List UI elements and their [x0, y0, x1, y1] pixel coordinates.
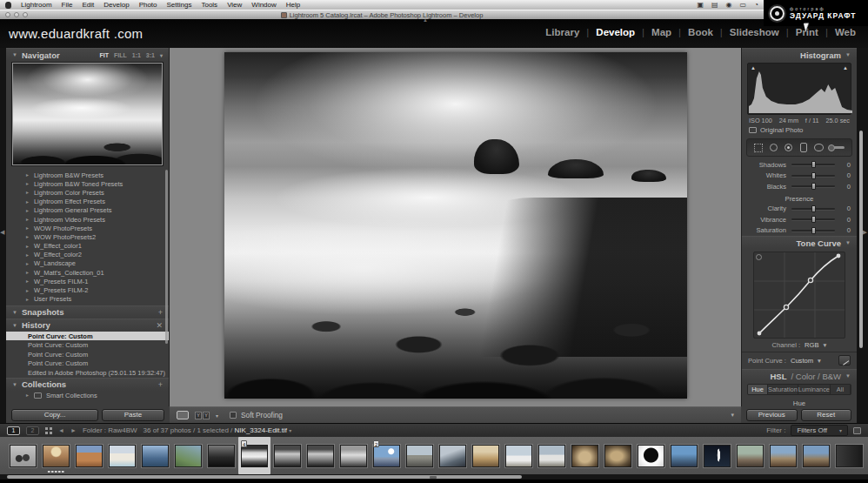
preset-folder[interactable]: ► W_Landscape — [6, 259, 169, 268]
preset-folder[interactable]: ► User Presets — [6, 295, 169, 304]
zoom-option[interactable]: FIT — [99, 52, 109, 58]
filmstrip-thumbnail[interactable] — [205, 437, 237, 474]
disclosure-icon[interactable]: ► — [25, 392, 30, 398]
main-photo[interactable] — [224, 52, 687, 399]
grid-view-icon[interactable] — [45, 427, 52, 434]
slider-thumb[interactable] — [811, 161, 816, 168]
toolbar-options-icon[interactable]: ▾ — [731, 412, 734, 419]
module-tab[interactable]: Develop — [579, 27, 635, 37]
slider-track[interactable] — [791, 230, 835, 231]
slider-track[interactable] — [791, 164, 835, 165]
preset-folder[interactable]: ► W_Effect_color2 — [6, 251, 169, 259]
thumbnail-image[interactable] — [109, 445, 136, 467]
filmstrip-thumbnail[interactable] — [7, 437, 39, 474]
camera-icon[interactable]: ▣ — [697, 1, 704, 9]
menu-item[interactable]: View — [227, 1, 242, 9]
go-back-icon[interactable]: ◄ — [58, 427, 64, 433]
module-tab[interactable]: Slideshow — [713, 27, 779, 37]
disclosure-icon[interactable]: ► — [25, 225, 30, 231]
main-window-button[interactable]: 1 — [7, 426, 20, 435]
dropdown-icon[interactable]: ▾ — [289, 428, 291, 433]
second-window-button[interactable]: 2 — [26, 426, 39, 435]
history-step[interactable]: Point Curve: Custom — [6, 332, 169, 341]
apple-menu-icon[interactable] — [5, 2, 11, 9]
thumbnail-image[interactable] — [538, 445, 565, 467]
disclosure-icon[interactable]: ► — [25, 297, 30, 302]
filmstrip-thumbnail[interactable]: 2 — [371, 437, 403, 474]
thumbnail-image[interactable] — [43, 445, 70, 467]
tone-curve-graph[interactable] — [753, 252, 845, 339]
collapse-left-panel-arrow[interactable]: ◀ — [0, 229, 4, 236]
disclosure-icon[interactable]: ► — [25, 217, 30, 222]
filmstrip-thumbnail[interactable] — [271, 437, 304, 474]
slider-track[interactable] — [791, 175, 835, 177]
thumbnail-image[interactable] — [803, 445, 830, 467]
paste-button[interactable]: Paste — [102, 409, 164, 421]
filmstrip-thumbnail[interactable] — [800, 437, 832, 474]
history-step[interactable]: Point Curve: Custom — [6, 350, 169, 359]
point-curve-selector[interactable]: Point Curve : Custom ▾ — [742, 352, 857, 369]
slider-track[interactable] — [791, 185, 835, 187]
soft-proofing-checkbox[interactable] — [230, 412, 237, 419]
collection-item[interactable]: ► Smart Collections — [6, 391, 169, 400]
thumbnail-image[interactable] — [439, 445, 466, 467]
thumbnail-image[interactable] — [505, 445, 532, 467]
hide-filmstrip-marker[interactable] — [430, 476, 437, 479]
filmstrip-thumbnail[interactable] — [503, 437, 535, 474]
navigator-header[interactable]: ▼ Navigator FIT FILL 1:1 3:1 ▾ — [6, 48, 169, 61]
point-curve-value[interactable]: Custom — [791, 357, 813, 365]
filmstrip-thumbnail[interactable] — [172, 437, 204, 474]
filmstrip-thumbnail[interactable] — [734, 437, 766, 474]
preset-folder[interactable]: ► WOW PhotoPresets — [6, 224, 169, 232]
filmstrip-thumbnail[interactable] — [437, 437, 469, 474]
module-tab[interactable]: Map — [635, 27, 671, 37]
crop-tool-icon[interactable] — [754, 144, 763, 152]
disclosure-icon[interactable]: ► — [25, 288, 30, 293]
filmstrip-thumbnail[interactable] — [304, 437, 337, 474]
add-collection-button[interactable]: + — [158, 380, 163, 389]
filmstrip-thumbnail[interactable] — [106, 437, 138, 474]
thumbnail-image[interactable] — [274, 445, 301, 467]
history-header[interactable]: ▼ History ✕ — [6, 319, 169, 332]
thumbnail-image[interactable] — [340, 445, 367, 467]
slider-thumb[interactable] — [811, 227, 816, 234]
preset-folder[interactable]: ► W_Presets FILM-1 — [6, 277, 169, 285]
spot-removal-icon[interactable] — [770, 144, 778, 151]
filmstrip-thumbnail[interactable]: 4 — [238, 437, 270, 474]
zoom-option[interactable]: FILL — [114, 52, 127, 58]
preset-folder[interactable]: ► W_Presets FILM-2 — [6, 285, 169, 294]
hsl-tab[interactable]: All — [831, 385, 851, 394]
snapshots-header[interactable]: ▼ Snapshots + — [6, 305, 169, 319]
dropdown-icon[interactable]: ▾ — [824, 341, 827, 349]
preset-folder[interactable]: ► Lightroom B&W Toned Presets — [6, 179, 169, 188]
thumbnail-image[interactable] — [208, 445, 235, 467]
history-step[interactable]: Point Curve: Custom — [6, 340, 169, 350]
thumbnail-image[interactable] — [704, 445, 731, 467]
eye-icon[interactable]: ◉ — [726, 1, 732, 9]
disclosure-icon[interactable]: ► — [25, 199, 30, 205]
slider-track[interactable] — [791, 218, 835, 220]
dropdown-icon[interactable]: ▾ — [818, 357, 821, 365]
thumbnail-image[interactable] — [472, 445, 499, 467]
preset-folder[interactable]: ► Lightroom Effect Presets — [6, 198, 169, 206]
current-filename[interactable]: NIK_3324-Edit.tif — [235, 426, 287, 434]
right-panel-edge[interactable]: ▶ — [857, 48, 868, 406]
thumbnail-image[interactable] — [770, 445, 797, 467]
left-panel-edge[interactable]: ◀ — [0, 48, 6, 406]
filmstrip-thumbnail[interactable] — [536, 437, 568, 474]
display-icon[interactable]: ▭ — [740, 1, 747, 9]
clock-icon[interactable]: ◔ — [754, 1, 758, 9]
filmstrip-thumbnail[interactable] — [139, 437, 171, 474]
thumbnail-image[interactable] — [10, 445, 37, 467]
thumbnail-image[interactable] — [604, 445, 631, 467]
slider-thumb[interactable] — [811, 172, 816, 179]
preset-folder[interactable]: ► Lightroom Color Presets — [6, 188, 169, 197]
thumbnail-image[interactable] — [737, 445, 764, 467]
collections-header[interactable]: ▼ Collections + — [6, 378, 169, 391]
hsl-header[interactable]: HSL / Color / B&W ▼ — [742, 369, 857, 382]
hsl-tab[interactable]: Hue — [748, 385, 768, 394]
red-eye-icon[interactable] — [785, 144, 792, 151]
disclosure-icon[interactable]: ► — [25, 190, 30, 195]
filmstrip-thumbnail[interactable] — [73, 437, 105, 474]
disclosure-icon[interactable]: ► — [25, 252, 30, 258]
